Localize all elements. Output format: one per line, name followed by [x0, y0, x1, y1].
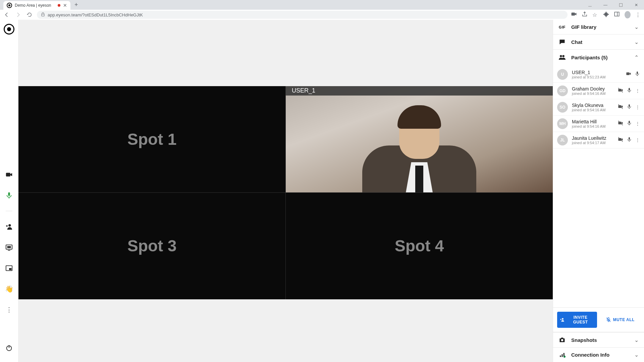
leave-call-button[interactable]: [3, 342, 15, 354]
participant-more-icon[interactable]: ⋮: [635, 88, 640, 94]
participant-camera-icon[interactable]: [618, 120, 623, 127]
participant-joined-time: joined at 9:54:16 AM: [572, 124, 614, 128]
window-maximize-icon[interactable]: [613, 0, 629, 10]
participant-joined-time: joined at 9:54:16 AM: [572, 92, 614, 96]
participant-name: USER_1: [572, 70, 622, 75]
participant-camera-icon[interactable]: [618, 87, 623, 94]
participant-mic-icon[interactable]: [635, 71, 640, 78]
camera-status-icon[interactable]: [571, 11, 577, 18]
chevron-down-icon: ⌄: [634, 337, 639, 343]
video-stage: Spot 1 USER_1 Spot 3 Spot 4: [18, 20, 553, 362]
tab-favicon: [7, 3, 12, 8]
wave-icon: 👋: [5, 285, 13, 293]
new-tab-button[interactable]: +: [74, 1, 78, 10]
participant-avatar: U: [557, 69, 568, 80]
gif-library-header[interactable]: GIF GIF library ⌄: [553, 20, 644, 34]
gif-icon: GIF: [558, 25, 566, 29]
svg-rect-2: [614, 12, 619, 16]
add-person-button[interactable]: [3, 221, 15, 233]
participant-row[interactable]: JLJaunita Lueilwitzjoined at 9:54:17 AM⋮: [553, 132, 644, 148]
profile-avatar[interactable]: [625, 11, 631, 18]
svg-rect-22: [629, 104, 630, 107]
invite-guest-button[interactable]: INVITE GUEST: [557, 312, 597, 328]
participants-header[interactable]: Participants (5) ⌃: [553, 50, 644, 65]
svg-rect-28: [629, 137, 630, 140]
participant-name: Marietta Hill: [572, 119, 614, 124]
extensions-icon[interactable]: [603, 11, 609, 18]
mute-all-button[interactable]: MUTE ALL: [600, 312, 640, 328]
browser-reload-icon[interactable]: [25, 11, 34, 19]
participant-name: Jaunita Lueilwitz: [572, 135, 614, 141]
svg-point-29: [562, 318, 564, 320]
participant-more-icon[interactable]: ⋮: [635, 121, 640, 126]
participant-row[interactable]: SOSkyla Okunevajoined at 9:54:16 AM⋮: [553, 99, 644, 116]
signal-icon: [558, 352, 566, 358]
window-minimize-icon[interactable]: [582, 0, 598, 10]
bookmark-star-icon[interactable]: ☆: [592, 12, 598, 18]
svg-rect-8: [7, 246, 11, 248]
svg-rect-16: [637, 71, 638, 74]
share-icon[interactable]: [582, 11, 588, 18]
video-spot-1[interactable]: Spot 1: [18, 86, 285, 193]
participant-row[interactable]: GDGraham Dooleyjoined at 9:54:16 AM⋮: [553, 83, 644, 99]
svg-point-13: [560, 55, 562, 57]
connection-info-header[interactable]: Connection Info ⌄: [553, 348, 644, 362]
url-field[interactable]: app.eyeson.team/?otESdDut1L5IncbCHdHeGJt…: [37, 11, 568, 19]
camera-toggle-button[interactable]: [3, 169, 15, 181]
video-user-label: USER_1: [286, 86, 553, 96]
sidepanel-icon[interactable]: [614, 11, 620, 18]
browser-tab[interactable]: Demo Area | eyeson ✕: [3, 1, 70, 10]
participant-mic-icon[interactable]: [627, 87, 632, 94]
svg-rect-15: [626, 72, 629, 75]
lock-icon: [41, 12, 45, 17]
chat-icon: [558, 39, 566, 45]
participant-camera-icon[interactable]: [626, 71, 631, 78]
participant-camera-icon[interactable]: [618, 137, 623, 143]
camera-icon: [558, 337, 566, 343]
svg-point-6: [8, 224, 11, 227]
window-close-icon[interactable]: ✕: [629, 0, 644, 10]
participant-joined-time: joined at 9:54:17 AM: [572, 141, 614, 145]
chat-header[interactable]: Chat ⌄: [553, 35, 644, 49]
pip-button[interactable]: [3, 262, 15, 274]
browser-forward-icon[interactable]: [14, 11, 22, 19]
window-minimized-icon[interactable]: —: [598, 0, 613, 10]
reactions-button[interactable]: 👋: [3, 283, 15, 295]
svg-rect-5: [8, 192, 10, 196]
svg-rect-19: [629, 88, 630, 90]
participant-mic-icon[interactable]: [627, 104, 632, 111]
video-spot-3[interactable]: Spot 3: [18, 193, 285, 299]
chat-title: Chat: [571, 39, 629, 45]
chevron-down-icon: ⌄: [634, 39, 639, 45]
participant-camera-icon[interactable]: [618, 104, 623, 111]
svg-point-14: [562, 55, 564, 57]
chrome-menu-icon[interactable]: ⋮: [635, 12, 641, 18]
browser-back-icon[interactable]: [3, 11, 11, 19]
gif-library-title: GIF library: [571, 24, 629, 30]
participant-row[interactable]: MHMarietta Hilljoined at 9:54:16 AM⋮: [553, 116, 644, 132]
video-grid: Spot 1 USER_1 Spot 3 Spot 4: [18, 86, 553, 299]
participant-name: Graham Dooley: [572, 86, 614, 92]
participant-more-icon[interactable]: ⋮: [635, 137, 640, 143]
participant-joined-time: joined at 9:54:16 AM: [572, 108, 614, 112]
snapshots-header[interactable]: Snapshots ⌄: [553, 333, 644, 347]
chevron-up-icon: ⌃: [634, 54, 639, 61]
app-sidebar: 👋 ⋮: [0, 20, 18, 362]
participant-mic-icon[interactable]: [627, 120, 632, 127]
svg-point-32: [561, 339, 564, 342]
participants-title: Participants (5): [571, 55, 629, 60]
participant-more-icon[interactable]: ⋮: [635, 105, 640, 110]
url-text: app.eyeson.team/?otESdDut1L5IncbCHdHeGJt…: [48, 12, 143, 17]
spot-label: Spot 4: [395, 237, 444, 255]
participants-icon: [558, 54, 566, 61]
more-options-button[interactable]: ⋮: [3, 304, 15, 316]
participant-mic-icon[interactable]: [627, 137, 632, 143]
participants-list: UUSER_1joined at 9:51:23 AMGDGraham Dool…: [553, 65, 644, 150]
video-spot-4[interactable]: Spot 4: [286, 193, 553, 299]
mic-toggle-button[interactable]: [3, 189, 15, 201]
video-spot-2-user[interactable]: USER_1: [286, 86, 553, 193]
participant-row[interactable]: UUSER_1joined at 9:51:23 AM: [553, 66, 644, 83]
app-logo[interactable]: [4, 24, 14, 35]
tab-close-icon[interactable]: ✕: [63, 3, 67, 8]
present-button[interactable]: [3, 241, 15, 253]
